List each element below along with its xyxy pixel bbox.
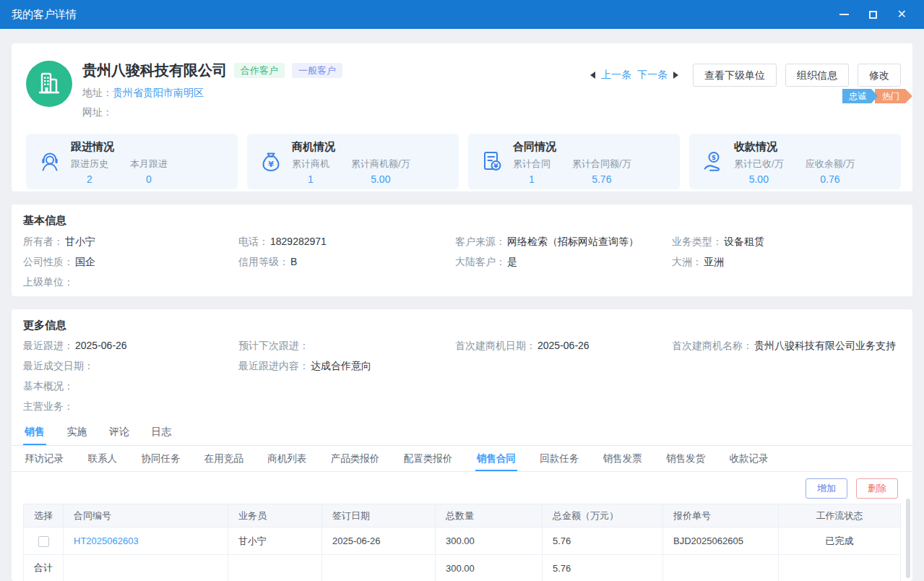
payment-stat-card: $ 收款情况 累计已收/万 5.00 应收余额/万 0.76 bbox=[689, 134, 901, 189]
maximize-icon[interactable] bbox=[869, 11, 877, 19]
website-label: 网址： bbox=[82, 106, 113, 118]
field-latest-followup: 最近跟进：2025-06-26 bbox=[23, 339, 238, 353]
view-sub-units-button[interactable]: 查看下级单位 bbox=[693, 64, 777, 87]
cell-salesperson: 甘小宁 bbox=[228, 528, 322, 555]
stat-label: 累计合同额/万 bbox=[572, 158, 631, 171]
stat-label: 累计商机额/万 bbox=[351, 158, 410, 171]
field-main-business: 主营业务： bbox=[23, 400, 238, 413]
table-row: HT2025062603 甘小宁 2025-06-26 300.00 5.76 … bbox=[24, 528, 901, 555]
coop-customer-badge: 合作客户 bbox=[234, 63, 285, 78]
stat-title: 商机情况 bbox=[292, 140, 410, 154]
cell-sign-date: 2025-06-26 bbox=[322, 528, 436, 555]
subtab-visit-records[interactable]: 拜访记录 bbox=[23, 446, 65, 471]
minimize-icon[interactable] bbox=[839, 14, 849, 15]
vertical-scrollbar[interactable] bbox=[906, 499, 910, 578]
prev-arrow-icon[interactable] bbox=[590, 72, 595, 79]
field-parent-unit: 上级单位： bbox=[23, 275, 238, 289]
stat-value: 0 bbox=[130, 173, 168, 185]
address-label: 地址： bbox=[82, 87, 113, 98]
contract-no-link[interactable]: HT2025062603 bbox=[74, 535, 139, 546]
more-info-title: 更多信息 bbox=[23, 319, 901, 332]
col-workflow-status: 工作流状态 bbox=[779, 504, 901, 528]
window-titlebar: 我的客户详情 ✕ bbox=[0, 0, 924, 29]
cell-quantity: 300.00 bbox=[436, 528, 543, 555]
stat-label: 累计商机 bbox=[292, 158, 329, 171]
followup-stat-card: 跟进情况 跟进历史 2 本月跟进 0 bbox=[26, 134, 238, 189]
subtab-contacts[interactable]: 联系人 bbox=[86, 446, 118, 471]
col-amount: 总金额（万元） bbox=[543, 504, 663, 528]
svg-text:¥: ¥ bbox=[493, 162, 498, 169]
field-mainland-customer: 大陆客户：是 bbox=[455, 255, 672, 269]
hot-ribbon: 热门 bbox=[875, 89, 912, 103]
next-record-link[interactable]: 下一条 bbox=[637, 69, 668, 82]
field-first-opportunity-name: 首次建商机名称：贵州八骏科技有限公司业务支持 bbox=[672, 339, 901, 353]
next-arrow-icon[interactable] bbox=[673, 72, 678, 79]
subtab-sales-contracts[interactable]: 销售合同 bbox=[475, 446, 517, 471]
close-icon[interactable]: ✕ bbox=[897, 9, 907, 20]
tab-comments[interactable]: 评论 bbox=[108, 418, 131, 445]
headset-icon bbox=[37, 149, 63, 175]
edit-button[interactable]: 修改 bbox=[858, 64, 901, 87]
stat-value: 5.76 bbox=[572, 173, 631, 185]
customer-detail-window: { "colors": { "titlebar": "#1778d2", "ac… bbox=[0, 0, 924, 581]
field-customer-source: 客户来源：网络检索（招标网站查询等） bbox=[455, 235, 672, 249]
company-avatar bbox=[26, 61, 72, 107]
money-bag-icon: ¥ bbox=[258, 149, 284, 175]
subtab-product-quotes[interactable]: 产品类报价 bbox=[329, 446, 381, 471]
stat-label: 应收余额/万 bbox=[806, 158, 855, 171]
field-business-type: 业务类型：设备租赁 bbox=[672, 235, 901, 249]
col-contract-no: 合同编号 bbox=[64, 504, 228, 528]
add-button[interactable]: 增加 bbox=[806, 478, 847, 499]
stat-title: 收款情况 bbox=[734, 140, 855, 154]
table-header-row: 选择 合同编号 业务员 签订日期 总数量 总金额（万元） 报价单号 工作流状态 bbox=[24, 504, 901, 528]
total-label: 合计 bbox=[24, 555, 64, 581]
table-toolbar: 增加 删除 bbox=[12, 472, 912, 504]
tab-logs[interactable]: 日志 bbox=[150, 418, 173, 445]
window-controls: ✕ bbox=[839, 9, 912, 20]
field-latest-deal-date: 最近成交日期： bbox=[23, 359, 238, 373]
subtab-sales-shipments[interactable]: 销售发货 bbox=[665, 446, 707, 471]
subtab-config-quotes[interactable]: 配置类报价 bbox=[402, 446, 454, 471]
opportunity-stat-card: ¥ 商机情况 累计商机 1 累计商机额/万 5.00 bbox=[247, 134, 459, 189]
subtab-sales-invoices[interactable]: 销售发票 bbox=[602, 446, 644, 471]
field-basic-overview: 基本概况： bbox=[23, 379, 238, 393]
col-sign-date: 签订日期 bbox=[322, 504, 436, 528]
contract-stat-card: ¥ 合同情况 累计合同 1 累计合同额/万 5.76 bbox=[468, 134, 680, 189]
stat-value: 1 bbox=[292, 173, 329, 185]
field-latest-followup-content: 最近跟进内容：达成合作意向 bbox=[238, 359, 455, 373]
basic-info-title: 基本信息 bbox=[23, 214, 901, 228]
subtab-opportunity-list[interactable]: 商机列表 bbox=[266, 446, 308, 471]
customer-ribbons: 忠诚 热门 bbox=[842, 89, 912, 103]
delete-button[interactable]: 删除 bbox=[856, 478, 898, 499]
subtab-payment-records[interactable]: 收款记录 bbox=[727, 446, 769, 471]
field-next-followup: 预计下次跟进： bbox=[238, 339, 455, 353]
contracts-table: 选择 合同编号 业务员 签订日期 总数量 总金额（万元） 报价单号 工作流状态 … bbox=[23, 504, 901, 581]
contract-icon: ¥ bbox=[479, 149, 505, 175]
tab-implementation[interactable]: 实施 bbox=[65, 418, 88, 445]
detail-bottom-card: 更多信息 最近跟进：2025-06-26 预计下次跟进： 首次建商机日期：202… bbox=[12, 309, 912, 581]
row-checkbox[interactable] bbox=[38, 536, 49, 547]
subtab-payment-tasks[interactable]: 回款任务 bbox=[538, 446, 580, 471]
stat-label: 本月跟进 bbox=[130, 158, 168, 171]
stat-cards-row: 跟进情况 跟进历史 2 本月跟进 0 ¥ bbox=[26, 134, 901, 189]
col-quantity: 总数量 bbox=[436, 504, 543, 528]
total-row: 合计 300.00 5.76 bbox=[24, 555, 901, 581]
svg-text:¥: ¥ bbox=[268, 159, 274, 168]
cell-amount: 5.76 bbox=[543, 528, 663, 555]
stat-value: 2 bbox=[71, 173, 108, 185]
tab-sales[interactable]: 销售 bbox=[23, 418, 46, 445]
subtab-competitors[interactable]: 在用竞品 bbox=[203, 446, 245, 471]
stat-value: 0.76 bbox=[806, 173, 855, 185]
stat-value: 5.00 bbox=[734, 173, 784, 185]
org-info-button[interactable]: 组织信息 bbox=[785, 64, 849, 87]
col-select: 选择 bbox=[24, 504, 64, 528]
address-link[interactable]: 贵州省贵阳市南明区 bbox=[113, 87, 204, 98]
prev-record-link[interactable]: 上一条 bbox=[601, 69, 631, 82]
stat-label: 跟进历史 bbox=[71, 158, 108, 171]
subtab-collab-tasks[interactable]: 协同任务 bbox=[139, 446, 181, 471]
total-quantity: 300.00 bbox=[436, 555, 543, 581]
col-salesperson: 业务员 bbox=[228, 504, 322, 528]
general-customer-badge: 一般客户 bbox=[292, 63, 342, 78]
sub-tabs: 拜访记录 联系人 协同任务 在用竞品 商机列表 产品类报价 配置类报价 销售合同… bbox=[12, 446, 912, 472]
record-nav: 上一条 下一条 bbox=[590, 69, 678, 82]
